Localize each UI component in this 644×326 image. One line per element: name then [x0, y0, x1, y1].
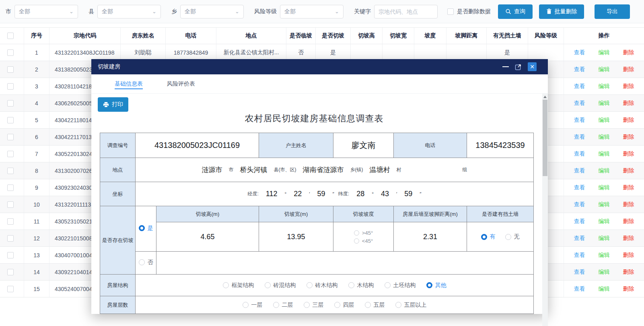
- row-checkbox[interactable]: [7, 286, 14, 292]
- delete-link[interactable]: 删除: [623, 133, 634, 141]
- row-checkbox[interactable]: [7, 117, 14, 123]
- minimize-icon[interactable]: [502, 66, 509, 67]
- delete-filter-checkbox-wrap[interactable]: 是否删除数据: [447, 8, 491, 15]
- edit-link[interactable]: 编辑: [599, 49, 610, 56]
- keyword-input[interactable]: [374, 5, 438, 18]
- view-link[interactable]: 查看: [574, 184, 585, 191]
- row-checkbox[interactable]: [7, 49, 14, 56]
- edit-link[interactable]: 编辑: [599, 269, 610, 276]
- view-link[interactable]: 查看: [574, 117, 585, 124]
- filter-select-3[interactable]: 全部⌄: [280, 5, 344, 18]
- delete-link[interactable]: 删除: [623, 83, 634, 90]
- edit-link[interactable]: 编辑: [599, 235, 610, 242]
- tab-basic-info[interactable]: 基础信息表: [115, 74, 143, 93]
- export-button[interactable]: 导出: [595, 4, 630, 19]
- view-link[interactable]: 查看: [574, 167, 585, 174]
- radio-icon: [243, 302, 249, 308]
- view-link[interactable]: 查看: [574, 49, 585, 56]
- radio-option[interactable]: 有: [481, 233, 496, 240]
- delete-link[interactable]: 删除: [623, 269, 634, 276]
- row-checkbox[interactable]: [7, 66, 14, 73]
- delete-filter-checkbox[interactable]: [447, 8, 454, 15]
- radio-option[interactable]: 五层: [365, 301, 385, 309]
- radio-option[interactable]: <45°: [354, 238, 373, 244]
- row-checkbox[interactable]: [7, 83, 14, 90]
- view-link[interactable]: 查看: [574, 285, 585, 293]
- tab-risk-eval[interactable]: 风险评价表: [167, 74, 195, 93]
- edit-link[interactable]: 编辑: [599, 150, 610, 158]
- row-checkbox[interactable]: [7, 134, 14, 140]
- view-link[interactable]: 查看: [574, 150, 585, 158]
- delete-link[interactable]: 删除: [623, 235, 634, 242]
- row-checkbox[interactable]: [7, 151, 14, 157]
- radio-option[interactable]: 三层: [304, 301, 324, 309]
- view-link[interactable]: 查看: [574, 201, 585, 208]
- view-link[interactable]: 查看: [574, 218, 585, 225]
- row-checkbox[interactable]: [7, 168, 14, 174]
- batch-delete-button[interactable]: 批量删除: [539, 4, 584, 19]
- scrollbar-thumb[interactable]: [543, 100, 547, 176]
- radio-option[interactable]: 砖木结构: [307, 282, 338, 289]
- delete-link[interactable]: 删除: [623, 49, 634, 56]
- print-button[interactable]: 打印: [98, 97, 128, 112]
- view-link[interactable]: 查看: [574, 252, 585, 259]
- radio-option[interactable]: 一层: [243, 301, 263, 309]
- radio-option[interactable]: >45°: [354, 230, 373, 236]
- view-link[interactable]: 查看: [574, 66, 585, 73]
- maximize-icon[interactable]: [515, 64, 522, 70]
- radio-option[interactable]: 框架结构: [223, 282, 254, 289]
- degree-symbol: °: [284, 191, 286, 197]
- edit-link[interactable]: 编辑: [599, 133, 610, 141]
- radio-option[interactable]: 否: [139, 259, 153, 266]
- close-icon[interactable]: ✕: [528, 62, 537, 71]
- select-all-checkbox[interactable]: [7, 33, 14, 39]
- edit-link[interactable]: 编辑: [599, 252, 610, 259]
- owner-name-label: 户主姓名: [259, 133, 333, 158]
- edit-link[interactable]: 编辑: [599, 117, 610, 124]
- edit-link[interactable]: 编辑: [599, 83, 610, 90]
- row-checkbox[interactable]: [7, 252, 14, 258]
- radio-option[interactable]: 二层: [273, 301, 293, 309]
- view-link[interactable]: 查看: [574, 133, 585, 141]
- edit-link[interactable]: 编辑: [599, 167, 610, 174]
- radio-option[interactable]: 其他: [426, 282, 446, 289]
- row-checkbox[interactable]: [7, 269, 14, 275]
- delete-link[interactable]: 删除: [623, 167, 634, 174]
- radio-option[interactable]: 木结构: [348, 282, 374, 289]
- delete-link[interactable]: 删除: [623, 201, 634, 208]
- radio-option[interactable]: 是: [139, 225, 153, 232]
- delete-link[interactable]: 删除: [623, 252, 634, 259]
- row-checkbox[interactable]: [7, 235, 14, 242]
- radio-option[interactable]: 无: [505, 233, 520, 240]
- filter-select-1[interactable]: 全部⌄: [97, 5, 161, 18]
- row-checkbox[interactable]: [7, 218, 14, 225]
- edit-link[interactable]: 编辑: [599, 218, 610, 225]
- row-checkbox[interactable]: [7, 100, 14, 107]
- query-button[interactable]: 查询: [498, 4, 533, 19]
- filter-select-0[interactable]: 全部⌄: [14, 5, 78, 18]
- filter-select-2[interactable]: 全部⌄: [180, 5, 244, 18]
- delete-link[interactable]: 删除: [623, 66, 634, 73]
- delete-link[interactable]: 删除: [623, 117, 634, 124]
- row-checkbox[interactable]: [7, 201, 14, 208]
- radio-option[interactable]: 砖混结构: [265, 282, 296, 289]
- view-link[interactable]: 查看: [574, 83, 585, 90]
- view-link[interactable]: 查看: [574, 269, 585, 276]
- delete-link[interactable]: 删除: [623, 100, 634, 107]
- arrow-up-icon[interactable]: [543, 96, 547, 98]
- radio-option[interactable]: 土坯结构: [385, 282, 416, 289]
- radio-option[interactable]: 四层: [334, 301, 354, 309]
- delete-link[interactable]: 删除: [623, 184, 634, 191]
- edit-link[interactable]: 编辑: [599, 201, 610, 208]
- delete-link[interactable]: 删除: [623, 150, 634, 158]
- delete-link[interactable]: 删除: [623, 218, 634, 225]
- edit-link[interactable]: 编辑: [599, 100, 610, 107]
- delete-link[interactable]: 删除: [623, 285, 634, 293]
- radio-option[interactable]: 五层以上: [395, 301, 427, 309]
- row-checkbox[interactable]: [7, 185, 14, 191]
- view-link[interactable]: 查看: [574, 100, 585, 107]
- view-link[interactable]: 查看: [574, 235, 585, 242]
- edit-link[interactable]: 编辑: [599, 285, 610, 293]
- edit-link[interactable]: 编辑: [599, 66, 610, 73]
- edit-link[interactable]: 编辑: [599, 184, 610, 191]
